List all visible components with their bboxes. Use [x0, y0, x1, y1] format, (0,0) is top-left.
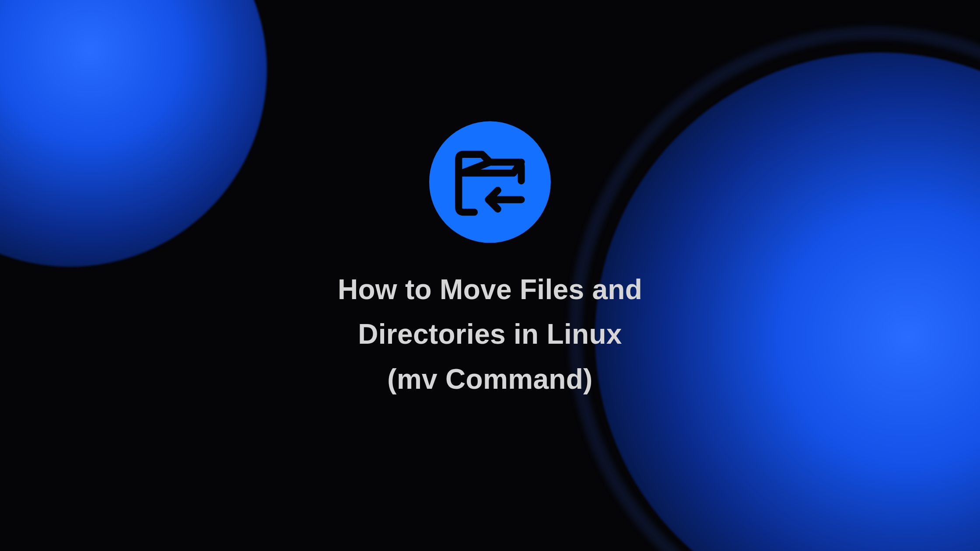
title-line-1: How to Move Files and	[338, 274, 642, 305]
folder-move-icon	[451, 145, 529, 219]
hero-content: How to Move Files and Directories in Lin…	[338, 121, 642, 401]
page-title: How to Move Files and Directories in Lin…	[338, 267, 642, 401]
decorative-blob-left	[0, 0, 267, 267]
title-line-2: Directories in Linux	[358, 319, 622, 350]
hero-icon-circle	[429, 121, 551, 243]
title-line-3: (mv Command)	[387, 363, 592, 395]
